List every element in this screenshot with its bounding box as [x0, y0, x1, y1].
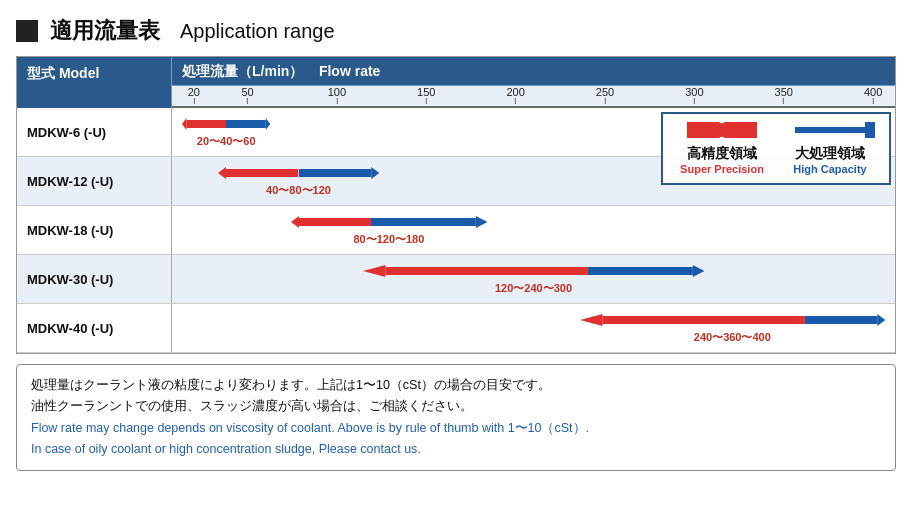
svg-rect-22 — [602, 316, 804, 324]
svg-rect-19 — [588, 267, 693, 275]
table-row: MDKW-6 (-U) 20〜40〜60 — [17, 108, 895, 157]
note-jp-line2: 油性クーランントでの使用、スラッジ濃度が高い場合は、ご相談ください。 — [31, 396, 881, 417]
model-cell-mdkw30u: MDKW-30 (-U) — [17, 255, 172, 303]
chart-cell-0: 20〜40〜60 — [172, 108, 895, 156]
model-cell-mdkw12u: MDKW-12 (-U) — [17, 157, 172, 205]
header-chart-col: 処理流量（L/min） Flow rate 205010015020025030… — [172, 57, 895, 108]
scale-tick-250: 250 — [596, 86, 614, 104]
svg-rect-18 — [385, 267, 587, 275]
legend-blue-arrow — [785, 122, 875, 138]
bar-label-0: 20〜40〜60 — [197, 134, 256, 149]
svg-rect-11 — [299, 169, 371, 177]
svg-marker-24 — [877, 314, 885, 326]
title-en: Application range — [180, 20, 335, 43]
legend-high-capacity-en: High Capacity — [793, 163, 866, 175]
page-wrapper: 適用流量表 Application range 型式 Model 処理流量（L/… — [16, 16, 896, 471]
bar-label-2: 80〜120〜180 — [353, 232, 424, 247]
svg-rect-14 — [299, 218, 371, 226]
red-svg-0 — [182, 118, 226, 130]
scale-tick-150: 150 — [417, 86, 435, 104]
svg-marker-13 — [291, 216, 299, 228]
svg-rect-23 — [805, 316, 877, 324]
blue-svg-2 — [371, 216, 487, 228]
svg-rect-1 — [186, 120, 226, 128]
table-row: MDKW-18 (-U) 80〜120〜180 — [17, 206, 895, 255]
title-row: 適用流量表 Application range — [16, 16, 896, 46]
main-table: 型式 Model 処理流量（L/min） Flow rate 205010015… — [16, 56, 896, 354]
svg-rect-10 — [226, 169, 298, 177]
note-jp-line1: 処理量はクーラント液の粘度により変わります。上記は1〜10（cSt）の場合の目安… — [31, 375, 881, 396]
scale-tick-350: 350 — [775, 86, 793, 104]
scale-tick-400: 400 — [864, 86, 882, 104]
red-svg-1 — [218, 167, 298, 179]
scale-tick-200: 200 — [506, 86, 524, 104]
title-square — [16, 20, 38, 42]
header-flow-label: 処理流量（L/min） Flow rate — [172, 57, 895, 86]
model-cell-mdkw40u: MDKW-40 (-U) — [17, 304, 172, 352]
legend-super-precision-en: Super Precision — [680, 163, 764, 175]
red-svg-3 — [363, 265, 588, 277]
svg-rect-15 — [371, 218, 476, 226]
data-rows-container: MDKW-6 (-U) 20〜40〜60 — [17, 108, 895, 353]
blue-svg-0 — [226, 118, 270, 130]
title-jp: 適用流量表 — [50, 16, 160, 46]
svg-rect-2 — [226, 120, 266, 128]
note-en-line1: Flow rate may change depends on viscosit… — [31, 418, 881, 439]
legend-super-precision-jp: 高精度領域 — [687, 145, 757, 163]
legend-super-precision: 高精度領域 Super Precision — [677, 122, 767, 175]
scale-tick-100: 100 — [328, 86, 346, 104]
header-model-col: 型式 Model — [17, 57, 172, 108]
svg-marker-3 — [266, 118, 270, 130]
bar-label-4: 240〜360〜400 — [694, 330, 771, 345]
svg-marker-16 — [476, 216, 488, 228]
svg-marker-0 — [182, 118, 186, 130]
note-box: 処理量はクーラント液の粘度により変わります。上記は1〜10（cSt）の場合の目安… — [16, 364, 896, 471]
svg-marker-12 — [371, 167, 379, 179]
scale-tick-50: 50 — [241, 86, 253, 104]
red-svg-4 — [580, 314, 805, 326]
legend-high-capacity-jp: 大処理領域 — [795, 145, 865, 163]
blue-svg-1 — [299, 167, 379, 179]
legend-box: 高精度領域 Super Precision — [661, 112, 891, 185]
chart-cell-4: 240〜360〜400 — [172, 304, 895, 352]
chart-cell-2: 80〜120〜180 — [172, 206, 895, 254]
blue-svg-4 — [805, 314, 885, 326]
note-en-line2: In case of oily coolant or high concentr… — [31, 439, 881, 460]
scale-tick-300: 300 — [685, 86, 703, 104]
svg-marker-17 — [363, 265, 385, 277]
model-cell-mdkw18u: MDKW-18 (-U) — [17, 206, 172, 254]
table-row: MDKW-30 (-U) 120〜240〜300 — [17, 255, 895, 304]
blue-svg-3 — [588, 265, 704, 277]
scale-tick-20: 20 — [188, 86, 200, 104]
legend-red-arrow — [677, 122, 767, 138]
model-cell-mdkw6u: MDKW-6 (-U) — [17, 108, 172, 156]
table-row: MDKW-40 (-U) 240〜360〜400 — [17, 304, 895, 353]
svg-marker-21 — [580, 314, 602, 326]
scale-row: 2050100150200250300350400 — [176, 86, 891, 106]
legend-high-capacity: 大処理領域 High Capacity — [785, 122, 875, 175]
bar-label-1: 40〜80〜120 — [266, 183, 331, 198]
svg-marker-9 — [218, 167, 226, 179]
red-svg-2 — [291, 216, 371, 228]
table-header: 型式 Model 処理流量（L/min） Flow rate 205010015… — [17, 57, 895, 108]
svg-marker-20 — [693, 265, 705, 277]
chart-cell-3: 120〜240〜300 — [172, 255, 895, 303]
bar-label-3: 120〜240〜300 — [495, 281, 572, 296]
